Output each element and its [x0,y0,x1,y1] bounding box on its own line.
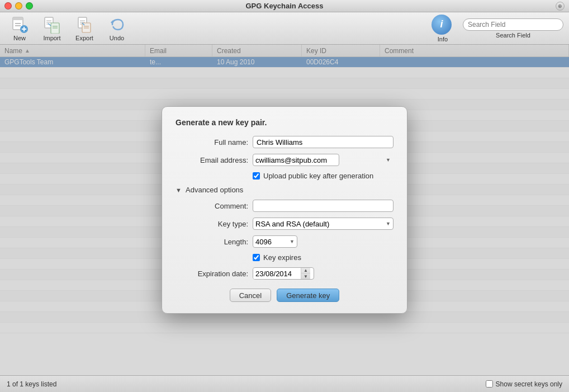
date-input-wrapper: ▲ ▼ [253,267,314,280]
keyexpires-checkbox-row: Key expires [253,253,393,262]
email-label: Email address: [176,156,248,164]
window-controls [4,2,33,10]
advanced-toggle[interactable]: ▼ Advanced options [176,186,393,194]
status-count: 1 of 1 keys listed [7,380,56,388]
search-label: Search Field [496,32,530,39]
title-bar: GPG Keychain Access ⊕ [0,0,569,12]
fullname-label: Full name: [176,138,248,147]
length-row: Length: 1024 2048 4096 [176,235,393,248]
keytype-select-wrapper: RSA and RSA (default) DSA and Elgamal RS… [253,218,393,230]
advanced-section: ▼ Advanced options Comment: Key type: RS… [176,186,393,280]
advanced-label: Advanced options [186,186,243,194]
upload-checkbox-row: Upload public key after generation [253,172,393,180]
length-select-wrapper: 1024 2048 4096 [253,235,297,248]
undo-button[interactable]: Undo [103,13,131,44]
svg-rect-1 [13,17,23,20]
keyexpires-checkbox[interactable] [253,254,260,261]
import-icon [43,16,61,34]
comment-row: Comment: [176,200,393,212]
cancel-button[interactable]: Cancel [230,289,271,302]
fullname-input[interactable] [253,136,393,148]
export-icon [75,16,93,34]
date-spinners: ▲ ▼ [301,268,310,279]
generate-key-button[interactable]: Generate key [277,289,339,302]
undo-label: Undo [110,35,124,41]
maximize-button[interactable] [26,2,33,10]
show-secret-keys: Show secret keys only [486,380,562,388]
length-label: Length: [176,238,248,246]
status-bar: 1 of 1 keys listed Show secret keys only [0,375,569,392]
resize-handle: ⊕ [556,2,565,11]
dialog-title: Generate a new key pair. [176,118,393,127]
export-button[interactable]: Export [70,13,98,44]
length-select[interactable]: 1024 2048 4096 [253,235,297,248]
email-row: Email address: cwilliams@sitpub.com [176,154,393,166]
dialog-buttons: Cancel Generate key [176,289,393,302]
export-label: Export [75,35,93,41]
info-label: Info [438,36,448,42]
info-button[interactable]: i [432,15,452,35]
expiration-date-input[interactable] [253,268,301,279]
keytype-select[interactable]: RSA and RSA (default) DSA and Elgamal RS… [253,218,393,230]
show-secret-label[interactable]: Show secret keys only [496,380,562,388]
email-select[interactable]: cwilliams@sitpub.com [253,154,339,166]
comment-label: Comment: [176,202,248,210]
dialog-generate-key: Generate a new key pair. Full name: Emai… [162,106,407,314]
fullname-row: Full name: [176,136,393,148]
modal-overlay: Generate a new key pair. Full name: Emai… [0,45,569,375]
triangle-icon: ▼ [176,187,182,193]
minimize-button[interactable] [15,2,22,10]
search-group: Search Field [463,18,563,39]
keyexpires-label[interactable]: Key expires [263,253,301,262]
search-input[interactable] [463,18,563,31]
show-secret-checkbox[interactable] [486,380,493,388]
expiration-label: Expiration date: [176,270,248,278]
new-icon [11,16,29,34]
undo-icon [108,16,126,34]
keytype-row: Key type: RSA and RSA (default) DSA and … [176,218,393,230]
date-spinner-up[interactable]: ▲ [301,268,310,273]
import-button[interactable]: Import [38,13,66,44]
toolbar: New Import [0,12,569,45]
comment-input[interactable] [253,200,393,212]
new-button[interactable]: New [6,13,34,44]
expiration-row: Expiration date: ▲ ▼ [176,267,393,280]
email-select-wrapper: cwilliams@sitpub.com [253,154,393,166]
main-content: Name ▲ Email Created Key ID Comment GPGT… [0,45,569,375]
keytype-label: Key type: [176,220,248,228]
window-title: GPG Keychain Access [246,2,324,10]
close-button[interactable] [4,2,12,10]
import-label: Import [43,35,60,41]
upload-checkbox-label[interactable]: Upload public key after generation [263,172,373,180]
upload-checkbox[interactable] [253,172,260,180]
new-label: New [13,35,26,41]
date-spinner-down[interactable]: ▼ [301,273,310,279]
info-group: i Info [432,15,454,42]
